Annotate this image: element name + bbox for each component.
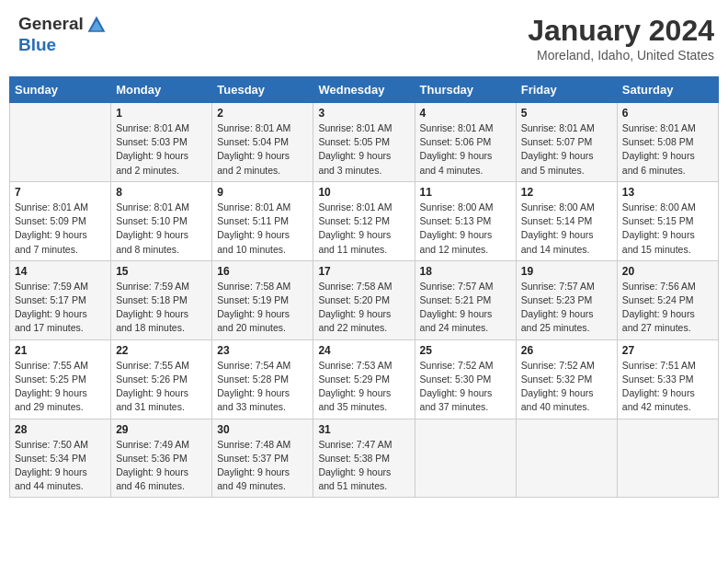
month-title: January 2024: [528, 14, 714, 48]
day-cell: 25Sunrise: 7:52 AMSunset: 5:30 PMDayligh…: [415, 339, 516, 419]
day-info: Sunrise: 8:01 AMSunset: 5:10 PMDaylight:…: [116, 201, 207, 257]
day-info: Sunrise: 8:00 AMSunset: 5:13 PMDaylight:…: [420, 201, 511, 257]
day-cell: 21Sunrise: 7:55 AMSunset: 5:25 PMDayligh…: [10, 339, 111, 419]
day-info: Sunrise: 7:57 AMSunset: 5:21 PMDaylight:…: [420, 280, 511, 336]
day-cell: 2Sunrise: 8:01 AMSunset: 5:04 PMDaylight…: [212, 103, 313, 182]
day-number: 18: [420, 265, 511, 278]
day-cell: [516, 419, 617, 498]
day-cell: [10, 103, 111, 182]
day-info: Sunrise: 7:48 AMSunset: 5:37 PMDaylight:…: [217, 438, 308, 494]
day-cell: 19Sunrise: 7:57 AMSunset: 5:23 PMDayligh…: [516, 260, 617, 339]
day-cell: 20Sunrise: 7:56 AMSunset: 5:24 PMDayligh…: [617, 260, 718, 339]
day-info: Sunrise: 8:01 AMSunset: 5:06 PMDaylight:…: [420, 121, 511, 178]
header-saturday: Saturday: [617, 77, 718, 103]
day-number: 11: [420, 186, 511, 199]
day-info: Sunrise: 7:59 AMSunset: 5:17 PMDaylight:…: [15, 280, 106, 336]
day-number: 6: [622, 107, 713, 120]
logo-text: General: [18, 14, 107, 35]
day-info: Sunrise: 8:01 AMSunset: 5:09 PMDaylight:…: [15, 201, 106, 257]
day-info: Sunrise: 8:01 AMSunset: 5:08 PMDaylight:…: [622, 121, 713, 178]
day-cell: 15Sunrise: 7:59 AMSunset: 5:18 PMDayligh…: [111, 260, 212, 339]
day-cell: 27Sunrise: 7:51 AMSunset: 5:33 PMDayligh…: [617, 339, 718, 419]
day-number: 29: [116, 423, 207, 436]
day-cell: 23Sunrise: 7:54 AMSunset: 5:28 PMDayligh…: [212, 339, 313, 419]
day-cell: [415, 419, 516, 498]
day-cell: 16Sunrise: 7:58 AMSunset: 5:19 PMDayligh…: [212, 260, 313, 339]
day-info: Sunrise: 8:01 AMSunset: 5:12 PMDaylight:…: [318, 201, 409, 257]
day-cell: 8Sunrise: 8:01 AMSunset: 5:10 PMDaylight…: [111, 181, 212, 260]
logo: General Blue: [18, 14, 107, 55]
day-info: Sunrise: 7:50 AMSunset: 5:34 PMDaylight:…: [15, 438, 106, 494]
header-friday: Friday: [516, 77, 617, 103]
day-cell: 30Sunrise: 7:48 AMSunset: 5:37 PMDayligh…: [212, 419, 313, 498]
day-info: Sunrise: 8:01 AMSunset: 5:05 PMDaylight:…: [318, 121, 409, 178]
calendar-table: SundayMondayTuesdayWednesdayThursdayFrid…: [9, 76, 719, 498]
day-cell: 18Sunrise: 7:57 AMSunset: 5:21 PMDayligh…: [415, 260, 516, 339]
day-number: 3: [318, 107, 409, 120]
day-cell: 9Sunrise: 8:01 AMSunset: 5:11 PMDaylight…: [212, 181, 313, 260]
week-row-2: 7Sunrise: 8:01 AMSunset: 5:09 PMDaylight…: [10, 181, 719, 260]
day-cell: 29Sunrise: 7:49 AMSunset: 5:36 PMDayligh…: [111, 419, 212, 498]
day-number: 4: [420, 107, 511, 120]
logo-blue-text: Blue: [18, 35, 107, 55]
day-info: Sunrise: 7:47 AMSunset: 5:38 PMDaylight:…: [318, 438, 409, 494]
day-number: 5: [521, 107, 612, 120]
day-cell: 6Sunrise: 8:01 AMSunset: 5:08 PMDaylight…: [617, 103, 718, 182]
day-number: 2: [217, 107, 308, 120]
day-number: 17: [318, 265, 409, 278]
day-number: 13: [622, 186, 713, 199]
week-row-4: 21Sunrise: 7:55 AMSunset: 5:25 PMDayligh…: [10, 339, 719, 419]
day-cell: 3Sunrise: 8:01 AMSunset: 5:05 PMDaylight…: [313, 103, 415, 182]
day-info: Sunrise: 8:01 AMSunset: 5:03 PMDaylight:…: [116, 121, 207, 178]
header-wednesday: Wednesday: [313, 77, 415, 103]
week-row-1: 1Sunrise: 8:01 AMSunset: 5:03 PMDaylight…: [10, 103, 719, 182]
day-number: 9: [217, 186, 308, 199]
day-info: Sunrise: 7:55 AMSunset: 5:26 PMDaylight:…: [116, 359, 207, 415]
day-number: 21: [15, 344, 106, 357]
day-info: Sunrise: 7:56 AMSunset: 5:24 PMDaylight:…: [622, 280, 713, 336]
day-cell: 11Sunrise: 8:00 AMSunset: 5:13 PMDayligh…: [415, 181, 516, 260]
header-tuesday: Tuesday: [212, 77, 313, 103]
day-info: Sunrise: 7:52 AMSunset: 5:32 PMDaylight:…: [521, 359, 612, 415]
day-info: Sunrise: 7:58 AMSunset: 5:19 PMDaylight:…: [217, 280, 308, 336]
week-row-5: 28Sunrise: 7:50 AMSunset: 5:34 PMDayligh…: [10, 419, 719, 498]
day-number: 28: [15, 423, 106, 436]
day-number: 16: [217, 265, 308, 278]
page-header: General Blue January 2024 Moreland, Idah…: [9, 9, 719, 67]
day-number: 22: [116, 344, 207, 357]
day-number: 26: [521, 344, 612, 357]
day-number: 14: [15, 265, 106, 278]
header-monday: Monday: [111, 77, 212, 103]
day-cell: 24Sunrise: 7:53 AMSunset: 5:29 PMDayligh…: [313, 339, 415, 419]
day-info: Sunrise: 8:01 AMSunset: 5:11 PMDaylight:…: [217, 201, 308, 257]
day-cell: 22Sunrise: 7:55 AMSunset: 5:26 PMDayligh…: [111, 339, 212, 419]
day-number: 24: [318, 344, 409, 357]
day-number: 19: [521, 265, 612, 278]
day-info: Sunrise: 8:01 AMSunset: 5:04 PMDaylight:…: [217, 121, 308, 178]
location: Moreland, Idaho, United States: [528, 48, 714, 63]
day-number: 20: [622, 265, 713, 278]
calendar-header-row: SundayMondayTuesdayWednesdayThursdayFrid…: [10, 77, 719, 103]
title-block: January 2024 Moreland, Idaho, United Sta…: [528, 14, 714, 63]
day-number: 15: [116, 265, 207, 278]
day-info: Sunrise: 7:59 AMSunset: 5:18 PMDaylight:…: [116, 280, 207, 336]
day-cell: 4Sunrise: 8:01 AMSunset: 5:06 PMDaylight…: [415, 103, 516, 182]
day-number: 30: [217, 423, 308, 436]
day-cell: 14Sunrise: 7:59 AMSunset: 5:17 PMDayligh…: [10, 260, 111, 339]
logo-icon: [86, 15, 107, 35]
day-cell: 1Sunrise: 8:01 AMSunset: 5:03 PMDaylight…: [111, 103, 212, 182]
day-number: 1: [116, 107, 207, 120]
day-info: Sunrise: 7:49 AMSunset: 5:36 PMDaylight:…: [116, 438, 207, 494]
day-cell: [617, 419, 718, 498]
day-info: Sunrise: 7:57 AMSunset: 5:23 PMDaylight:…: [521, 280, 612, 336]
header-sunday: Sunday: [10, 77, 111, 103]
day-info: Sunrise: 8:00 AMSunset: 5:15 PMDaylight:…: [622, 201, 713, 257]
day-info: Sunrise: 8:01 AMSunset: 5:07 PMDaylight:…: [521, 121, 612, 178]
day-cell: 10Sunrise: 8:01 AMSunset: 5:12 PMDayligh…: [313, 181, 415, 260]
header-thursday: Thursday: [415, 77, 516, 103]
day-info: Sunrise: 7:54 AMSunset: 5:28 PMDaylight:…: [217, 359, 308, 415]
week-row-3: 14Sunrise: 7:59 AMSunset: 5:17 PMDayligh…: [10, 260, 719, 339]
day-cell: 5Sunrise: 8:01 AMSunset: 5:07 PMDaylight…: [516, 103, 617, 182]
day-info: Sunrise: 7:58 AMSunset: 5:20 PMDaylight:…: [318, 280, 409, 336]
day-number: 31: [318, 423, 409, 436]
